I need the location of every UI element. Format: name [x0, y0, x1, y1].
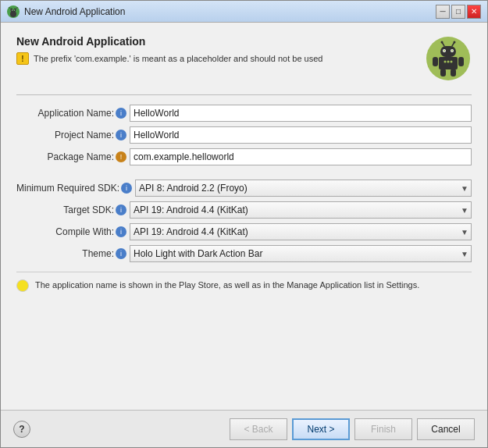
warning-icon: ! — [16, 52, 29, 65]
svg-point-24 — [451, 61, 453, 63]
svg-rect-8 — [439, 57, 458, 69]
dialog-title: New Android Application — [16, 35, 322, 48]
maximize-button[interactable]: □ — [451, 5, 465, 19]
title-bar: New Android Application ─ □ ✕ — [1, 1, 487, 23]
min-sdk-select-wrapper: API 8: Android 2.2 (Froyo) API 9: Androi… — [135, 180, 472, 197]
package-name-input[interactable] — [130, 148, 472, 165]
next-button[interactable]: Next > — [292, 418, 350, 440]
svg-rect-18 — [433, 57, 438, 66]
header-row: New Android Application ! The prefix 'co… — [16, 35, 472, 82]
info-section: The application name is shown in the Pla… — [16, 272, 472, 292]
header-text: New Android Application ! The prefix 'co… — [16, 35, 322, 65]
min-sdk-label: Minimum Required SDK: i — [16, 183, 135, 194]
app-name-row: Application Name: i — [16, 105, 472, 122]
compile-with-select[interactable]: API 19: Android 4.4 (KitKat) API 8: Andr… — [130, 223, 472, 240]
title-bar-text: New Android Application — [24, 6, 436, 17]
svg-rect-19 — [458, 57, 464, 66]
theme-select-wrapper: Holo Light with Dark Action Bar Holo Lig… — [130, 245, 472, 262]
footer-left: ? — [13, 421, 30, 438]
project-name-input[interactable] — [130, 126, 472, 144]
svg-point-17 — [454, 41, 456, 44]
package-name-label: Package Name: ! — [16, 151, 130, 162]
cancel-button[interactable]: Cancel — [417, 418, 475, 440]
svg-point-13 — [451, 50, 453, 52]
svg-point-12 — [443, 50, 445, 52]
target-sdk-row: Target SDK: i API 19: Android 4.4 (KitKa… — [16, 201, 472, 219]
footer-right: < Back Next > Finish Cancel — [230, 418, 475, 440]
svg-line-5 — [9, 7, 11, 9]
compile-with-label: Compile With: i — [16, 226, 130, 237]
svg-point-16 — [441, 41, 443, 44]
lightbulb-icon — [16, 279, 29, 292]
svg-rect-20 — [440, 69, 446, 76]
theme-label: Theme: i — [16, 248, 130, 259]
back-button[interactable]: < Back — [230, 418, 287, 440]
header-divider — [16, 94, 472, 95]
target-sdk-select[interactable]: API 19: Android 4.4 (KitKat) API 8: Andr… — [130, 201, 472, 219]
app-name-input[interactable] — [130, 105, 472, 122]
window-icon — [7, 5, 20, 18]
form-area: Application Name: i Project Name: i Pack… — [16, 105, 472, 262]
compile-with-info-icon[interactable]: i — [116, 226, 126, 237]
target-sdk-label: Target SDK: i — [16, 204, 130, 215]
project-name-info-icon[interactable]: i — [116, 130, 126, 140]
theme-select[interactable]: Holo Light with Dark Action Bar Holo Lig… — [130, 245, 472, 262]
dialog-content: New Android Application ! The prefix 'co… — [1, 23, 487, 410]
project-name-row: Project Name: i — [16, 126, 472, 144]
package-name-row: Package Name: ! — [16, 148, 472, 165]
theme-info-icon[interactable]: i — [116, 248, 126, 259]
warning-text: The prefix 'com.example.' is meant as a … — [34, 54, 322, 63]
min-sdk-row: Minimum Required SDK: i API 8: Android 2… — [16, 180, 472, 197]
svg-point-4 — [14, 9, 15, 10]
app-name-label: Application Name: i — [16, 108, 130, 119]
android-logo — [425, 35, 472, 82]
target-sdk-info-icon[interactable]: i — [116, 204, 126, 215]
target-sdk-select-wrapper: API 19: Android 4.4 (KitKat) API 8: Andr… — [130, 201, 472, 219]
dialog-window: New Android Application ─ □ ✕ New Androi… — [0, 0, 488, 448]
package-name-info-icon[interactable]: ! — [116, 151, 126, 162]
svg-rect-21 — [451, 69, 456, 76]
svg-point-3 — [12, 9, 12, 10]
svg-line-6 — [16, 7, 18, 9]
svg-point-22 — [444, 61, 447, 63]
svg-point-23 — [447, 61, 450, 63]
dialog-footer: ? < Back Next > Finish Cancel — [1, 410, 487, 447]
minimize-button[interactable]: ─ — [436, 5, 450, 19]
project-name-label: Project Name: i — [16, 130, 130, 140]
svg-rect-9 — [440, 46, 456, 57]
compile-with-row: Compile With: i API 19: Android 4.4 (Kit… — [16, 223, 472, 240]
svg-point-0 — [10, 11, 16, 17]
compile-with-select-wrapper: API 19: Android 4.4 (KitKat) API 8: Andr… — [130, 223, 472, 240]
close-button[interactable]: ✕ — [467, 5, 481, 19]
title-bar-buttons: ─ □ ✕ — [436, 5, 481, 19]
theme-row: Theme: i Holo Light with Dark Action Bar… — [16, 245, 472, 262]
min-sdk-info-icon[interactable]: i — [121, 183, 132, 194]
info-text: The application name is shown in the Pla… — [35, 279, 419, 292]
help-button[interactable]: ? — [13, 421, 30, 438]
min-sdk-select[interactable]: API 8: Android 2.2 (Froyo) API 9: Androi… — [135, 180, 472, 197]
app-name-info-icon[interactable]: i — [116, 108, 126, 119]
warning-row: ! The prefix 'com.example.' is meant as … — [16, 52, 322, 65]
finish-button[interactable]: Finish — [354, 418, 412, 440]
